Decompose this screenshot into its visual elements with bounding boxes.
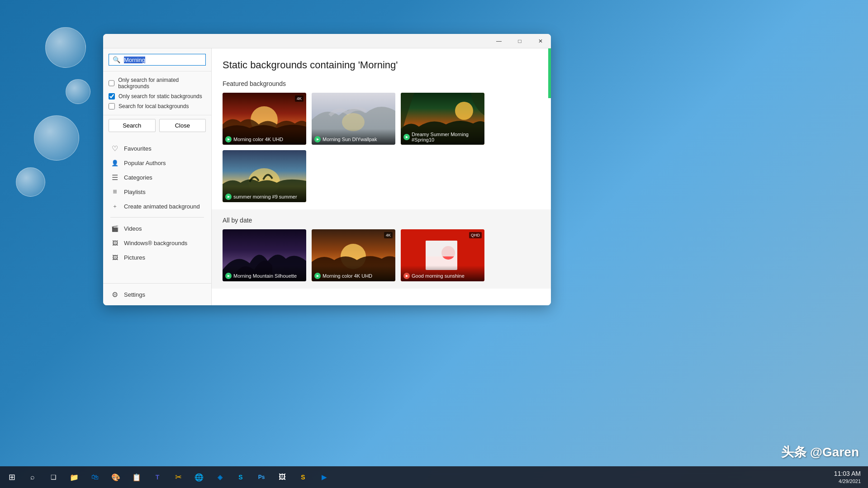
play-icon-d1: ▶ bbox=[314, 273, 321, 279]
taskbar: ⊞ ⌕ ❑ 📁 🛍 🎨 📋 T ✂ 🌐 ◈ S Ps 🖼 S ▶ 11:03 A… bbox=[0, 466, 868, 488]
svg-point-5 bbox=[455, 102, 473, 120]
taskbar-snip[interactable]: ✂ bbox=[168, 467, 188, 487]
date-card-2[interactable]: ▶ Good morning sunshine QHD bbox=[401, 229, 484, 281]
checkbox-local[interactable]: Search for local backgrounds bbox=[109, 101, 206, 111]
nav-categories[interactable]: ☰ Categories bbox=[103, 170, 211, 185]
taskbar-search[interactable]: ⌕ bbox=[23, 467, 43, 487]
favourites-icon: ♡ bbox=[110, 145, 119, 152]
sidebar: 🔍 Only search for animated backgrounds O… bbox=[103, 48, 212, 305]
taskbar-vscode[interactable]: ◈ bbox=[210, 467, 230, 487]
taskbar-clock[interactable]: 11:03 AM 4/29/2021 bbox=[834, 469, 861, 485]
create-label: Create animated background bbox=[124, 203, 200, 210]
taskbar-explorer[interactable]: 📁 bbox=[64, 467, 84, 487]
date-card-0-label: ▶ Morning Mountain Silhouette bbox=[223, 265, 306, 281]
card-0-badge: 4K bbox=[295, 95, 304, 102]
play-icon-d2: ▶ bbox=[403, 273, 410, 279]
card-3-text: summer morning #9 summer bbox=[233, 194, 297, 199]
search-icon: 🔍 bbox=[113, 56, 120, 63]
animated-label: Only search for animated backgrounds bbox=[118, 77, 206, 90]
nav-videos[interactable]: 🎬 Videos bbox=[103, 221, 211, 236]
search-box: 🔍 bbox=[109, 54, 206, 66]
static-checkbox[interactable] bbox=[109, 93, 115, 99]
playlists-label: Playlists bbox=[124, 189, 146, 195]
bubble-1 bbox=[45, 27, 86, 68]
authors-icon: 👤 bbox=[110, 159, 119, 166]
search-options: Only search for animated backgrounds Onl… bbox=[103, 71, 211, 115]
static-label: Only search for static backgrounds bbox=[119, 93, 202, 99]
card-0-label: ▶ Morning color 4K UHD bbox=[223, 129, 306, 145]
date-card-0[interactable]: ▶ Morning Mountain Silhouette bbox=[223, 229, 306, 281]
card-1-label: ▶ Morning Sun DIYwallpak bbox=[312, 129, 395, 145]
taskbar-photoshop[interactable]: Ps bbox=[251, 467, 271, 487]
taskbar-m365[interactable]: 📋 bbox=[127, 467, 147, 487]
windows-icon: 🖼 bbox=[110, 239, 119, 246]
featured-card-2[interactable]: ▶ Dreamy Summer Morning #Spring10 bbox=[401, 93, 484, 145]
taskbar-right: 11:03 AM 4/29/2021 bbox=[834, 469, 866, 485]
date-card-2-label: ▶ Good morning sunshine bbox=[401, 265, 484, 281]
card-2-text: Dreamy Summer Morning #Spring10 bbox=[412, 132, 482, 142]
local-label: Search for local backgrounds bbox=[119, 103, 189, 109]
date-card-1-text: Morning color 4K UHD bbox=[323, 273, 372, 279]
nav-windows-backgrounds[interactable]: 🖼 Windows® backgrounds bbox=[103, 236, 211, 250]
pictures-label: Pictures bbox=[124, 254, 145, 261]
nav-popular-authors[interactable]: 👤 Popular Authors bbox=[103, 156, 211, 170]
date-card-1[interactable]: ▶ Morning color 4K UHD 4K bbox=[312, 229, 395, 281]
local-checkbox[interactable] bbox=[109, 103, 115, 109]
featured-grid: ▶ Morning color 4K UHD 4K bbox=[212, 93, 551, 209]
all-by-date-section: All by date bbox=[212, 209, 551, 289]
featured-card-0[interactable]: ▶ Morning color 4K UHD 4K bbox=[223, 93, 306, 145]
play-icon-0: ▶ bbox=[225, 136, 232, 142]
checkbox-static[interactable]: Only search for static backgrounds bbox=[109, 91, 206, 101]
nav-create-animated[interactable]: ＋ Create animated background bbox=[103, 199, 211, 213]
svg-rect-14 bbox=[426, 241, 457, 256]
taskbar-taskview[interactable]: ❑ bbox=[43, 467, 63, 487]
bubble-2 bbox=[66, 79, 90, 104]
taskbar-terminal[interactable]: ▶ bbox=[314, 467, 334, 487]
title-bar: — □ ✕ bbox=[103, 34, 551, 48]
play-icon-3: ▶ bbox=[225, 194, 232, 200]
bubble-3 bbox=[34, 115, 79, 161]
checkbox-animated[interactable]: Only search for animated backgrounds bbox=[109, 75, 206, 91]
categories-label: Categories bbox=[124, 174, 152, 181]
search-input[interactable] bbox=[123, 57, 202, 63]
taskbar-teams[interactable]: T bbox=[147, 467, 167, 487]
nav-settings[interactable]: ⚙ Settings bbox=[103, 287, 211, 302]
minimize-button[interactable]: — bbox=[489, 34, 509, 48]
clock-date: 4/29/2021 bbox=[834, 478, 861, 485]
date-card-2-badge: QHD bbox=[469, 232, 482, 238]
maximize-button[interactable]: □ bbox=[509, 34, 530, 48]
search-buttons: Search Close bbox=[103, 115, 211, 137]
nav-playlists[interactable]: ≡ Playlists bbox=[103, 185, 211, 199]
close-search-button[interactable]: Close bbox=[159, 119, 206, 132]
taskbar-app14[interactable]: S bbox=[293, 467, 313, 487]
taskbar-chrome[interactable]: 🌐 bbox=[189, 467, 209, 487]
playlists-icon: ≡ bbox=[110, 188, 119, 195]
featured-card-1[interactable]: ▶ Morning Sun DIYwallpak bbox=[312, 93, 395, 145]
categories-icon: ☰ bbox=[110, 174, 119, 181]
taskbar-wallpaper[interactable]: 🎨 bbox=[106, 467, 126, 487]
close-window-button[interactable]: ✕ bbox=[530, 34, 551, 48]
clock-time: 11:03 AM bbox=[834, 469, 861, 479]
featured-card-3[interactable]: ▶ summer morning #9 summer bbox=[223, 150, 306, 202]
nav-favourites[interactable]: ♡ Favourites bbox=[103, 141, 211, 156]
featured-title: Featured backgrounds bbox=[212, 76, 551, 93]
date-card-1-label: ▶ Morning color 4K UHD bbox=[312, 265, 395, 281]
card-0-text: Morning color 4K UHD bbox=[233, 137, 283, 142]
svg-point-3 bbox=[342, 113, 365, 131]
all-by-date-title: All by date bbox=[212, 213, 551, 229]
taskbar-photos[interactable]: 🖼 bbox=[272, 467, 292, 487]
settings-label: Settings bbox=[124, 291, 145, 298]
taskbar-store[interactable]: 🛍 bbox=[85, 467, 105, 487]
window-body: 🔍 Only search for animated backgrounds O… bbox=[103, 48, 551, 305]
taskbar-start[interactable]: ⊞ bbox=[2, 467, 22, 487]
taskbar-left: ⊞ ⌕ ❑ 📁 🛍 🎨 📋 T ✂ 🌐 ◈ S Ps 🖼 S ▶ bbox=[2, 467, 834, 487]
taskbar-skype[interactable]: S bbox=[231, 467, 251, 487]
play-icon-2: ▶ bbox=[403, 134, 410, 140]
date-grid: ▶ Morning Mountain Silhouette bbox=[212, 229, 551, 289]
windows-label: Windows® backgrounds bbox=[124, 240, 187, 246]
nav-divider bbox=[110, 217, 204, 218]
animated-checkbox[interactable] bbox=[109, 80, 114, 86]
content-header: Static backgrounds containing 'Morning' bbox=[212, 48, 551, 76]
nav-pictures[interactable]: 🖼 Pictures bbox=[103, 250, 211, 265]
search-button[interactable]: Search bbox=[109, 119, 156, 132]
